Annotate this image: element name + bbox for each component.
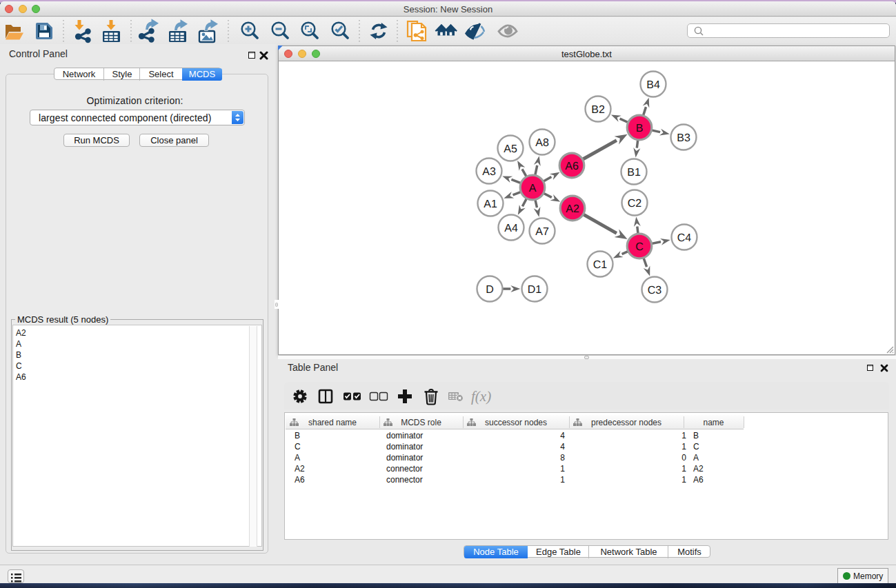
svg-text:A7: A7	[535, 226, 549, 238]
svg-text:A3: A3	[482, 166, 496, 178]
svg-text:A8: A8	[535, 137, 549, 149]
svg-text:B2: B2	[591, 104, 605, 116]
svg-text:A: A	[529, 183, 537, 194]
svg-text:B4: B4	[646, 79, 660, 91]
svg-text:C2: C2	[628, 198, 642, 210]
svg-text:C4: C4	[677, 232, 692, 244]
svg-text:C3: C3	[648, 285, 662, 296]
svg-text:A1: A1	[484, 199, 497, 210]
svg-text:A6: A6	[565, 161, 579, 172]
svg-text:A4: A4	[504, 223, 518, 234]
svg-text:D1: D1	[528, 284, 542, 296]
svg-text:B: B	[636, 123, 644, 134]
svg-text:B1: B1	[627, 167, 641, 179]
svg-text:A5: A5	[504, 143, 517, 155]
svg-text:A2: A2	[566, 203, 579, 215]
svg-text:B3: B3	[677, 132, 690, 144]
svg-text:C1: C1	[593, 259, 608, 271]
svg-text:C: C	[635, 241, 644, 253]
svg-text:D: D	[486, 284, 494, 296]
